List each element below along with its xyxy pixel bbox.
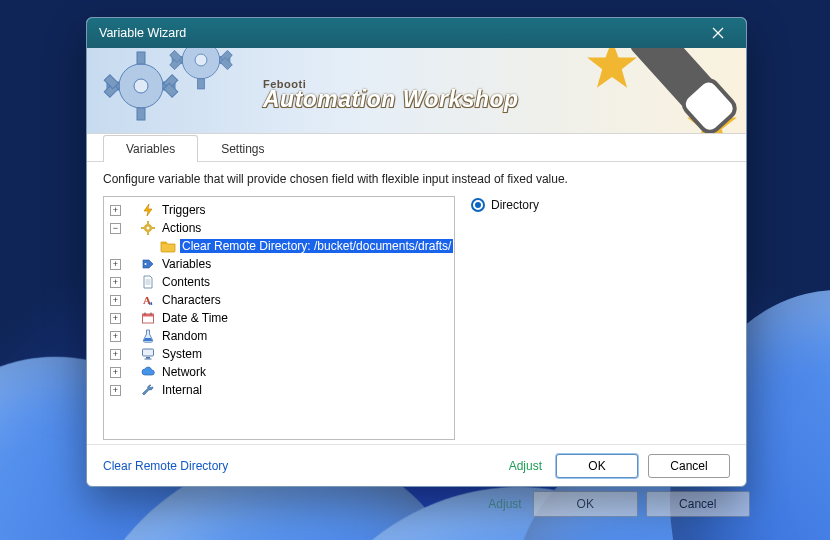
tab-variables[interactable]: Variables — [103, 135, 198, 162]
wrench-icon — [140, 382, 156, 398]
tree-node-characters[interactable]: + Aa Characters — [106, 291, 452, 309]
svg-rect-46 — [145, 359, 152, 360]
close-icon — [712, 27, 724, 39]
expand-icon[interactable]: + — [110, 313, 121, 324]
tag-icon — [140, 256, 156, 272]
window-title: Variable Wizard — [99, 26, 696, 40]
expand-icon[interactable]: + — [110, 259, 121, 270]
svg-point-11 — [134, 79, 148, 93]
monitor-icon — [140, 346, 156, 362]
svg-marker-26 — [144, 204, 152, 216]
expand-icon[interactable]: + — [110, 295, 121, 306]
tree-panel[interactable]: + Triggers − — [103, 196, 455, 440]
dialog-footer: Clear Remote Directory Adjust OK Cancel — [87, 444, 746, 486]
tree-node-clear-remote-directory[interactable]: Clear Remote Directory: /bucket/document… — [126, 237, 452, 255]
radio-directory-label: Directory — [491, 198, 539, 212]
tree-node-actions[interactable]: − Actions — [106, 219, 452, 237]
collapse-icon[interactable]: − — [110, 223, 121, 234]
ok-button[interactable]: OK — [556, 454, 638, 478]
svg-point-21 — [195, 54, 207, 66]
expand-icon[interactable]: + — [110, 367, 121, 378]
tree-node-system[interactable]: + System — [106, 345, 452, 363]
radio-selected-icon — [471, 198, 485, 212]
tree-node-internal[interactable]: + Internal — [106, 381, 452, 399]
document-icon — [140, 274, 156, 290]
expand-icon[interactable]: + — [110, 331, 121, 342]
svg-point-34 — [145, 263, 147, 265]
variable-wizard-dialog: Variable Wizard — [86, 17, 747, 487]
options-panel: Directory — [471, 196, 730, 440]
svg-rect-41 — [143, 314, 154, 317]
tree-node-variables[interactable]: + Variables — [106, 255, 452, 273]
tree-node-network[interactable]: + Network — [106, 363, 452, 381]
titlebar[interactable]: Variable Wizard — [87, 18, 746, 48]
footer-link[interactable]: Clear Remote Directory — [103, 459, 495, 473]
svg-rect-14 — [198, 79, 205, 89]
svg-rect-32 — [152, 227, 155, 229]
svg-rect-44 — [143, 349, 154, 356]
tree-node-triggers[interactable]: + Triggers — [106, 201, 452, 219]
tree-node-datetime[interactable]: + Date & Time — [106, 309, 452, 327]
brand-title: Automation Workshop — [263, 86, 519, 113]
gears-icon — [93, 48, 273, 134]
tree-node-label-selected: Clear Remote Directory: /bucket/document… — [180, 239, 453, 253]
tab-strip: Variables Settings — [87, 134, 746, 162]
description-text: Configure variable that will provide cho… — [103, 170, 730, 196]
cloud-icon — [140, 364, 156, 380]
svg-point-28 — [147, 227, 150, 230]
svg-rect-30 — [147, 232, 149, 235]
desktop-background: Adjust OK Cancel Variable Wizard — [0, 0, 830, 540]
tree-node-contents[interactable]: + Contents — [106, 273, 452, 291]
svg-rect-3 — [137, 52, 145, 64]
expand-icon[interactable]: + — [110, 349, 121, 360]
svg-rect-29 — [147, 221, 149, 224]
svg-text:a: a — [149, 299, 153, 307]
svg-rect-31 — [141, 227, 144, 229]
flask-icon — [140, 328, 156, 344]
expand-icon[interactable]: + — [110, 277, 121, 288]
tab-settings[interactable]: Settings — [198, 135, 287, 162]
expand-icon[interactable]: + — [110, 205, 121, 216]
svg-rect-45 — [146, 357, 150, 359]
letter-icon: Aa — [140, 292, 156, 308]
gear-small-icon — [140, 220, 156, 236]
banner: Febooti Automation Workshop — [87, 48, 746, 134]
lightning-icon — [140, 202, 156, 218]
adjust-link[interactable]: Adjust — [505, 459, 546, 473]
tree-node-random[interactable]: + Random — [106, 327, 452, 345]
background-dialog-buttons: Adjust OK Cancel — [485, 491, 750, 517]
calendar-icon — [140, 310, 156, 326]
close-button[interactable] — [696, 19, 740, 47]
folder-icon — [160, 238, 176, 254]
expand-icon[interactable]: + — [110, 385, 121, 396]
cancel-button[interactable]: Cancel — [648, 454, 730, 478]
radio-directory[interactable]: Directory — [471, 198, 730, 212]
svg-rect-4 — [137, 108, 145, 120]
